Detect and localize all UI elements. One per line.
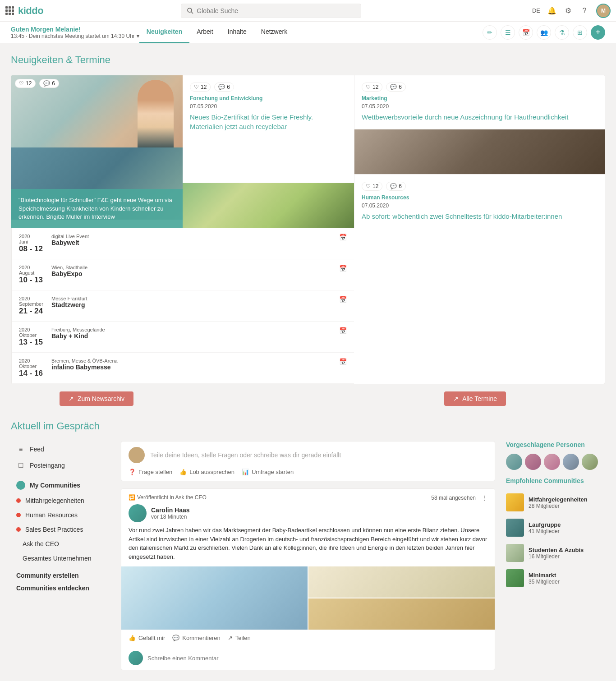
event-item-0[interactable]: 2020 Juni 08 - 12 digital Live Event Bab…: [12, 228, 354, 259]
top-nav-right: DE 🔔 ⚙ ? M: [532, 4, 611, 18]
post-author-info: Carolin Haas vor 18 Minuten: [151, 506, 190, 520]
news-title-2[interactable]: Wettbewerbsvorteile durch neue Auszeichn…: [362, 112, 598, 122]
event-item-2[interactable]: 2020 September 21 - 24 Messe Frankfurt S…: [12, 290, 354, 322]
event-info-0: digital Live Event Babywelt: [51, 234, 334, 246]
sidebar-item-sales[interactable]: Sales Best Practices: [11, 522, 110, 537]
tab-netzwerk[interactable]: Netzwerk: [254, 22, 294, 43]
comment-input[interactable]: [147, 655, 487, 662]
community-info-1: Laufgruppe 41 Mitglieder: [529, 521, 561, 534]
sidebar-item-posteingang[interactable]: ☐ Posteingang: [11, 457, 110, 474]
edit-icon-btn[interactable]: ✏: [483, 25, 497, 40]
ask-question-button[interactable]: ❓ Frage stellen: [129, 469, 172, 475]
discover-communities-link[interactable]: Communities entdecken: [11, 582, 110, 594]
sidebar-item-gesamtes[interactable]: Gesamtes Unternehmen: [11, 551, 110, 566]
event-calendar-icon-4[interactable]: 📅: [339, 358, 347, 365]
event-date-4: 2020 Oktober 14 - 16: [19, 358, 46, 378]
news-title-1[interactable]: Neues Bio-Zertifikat für die Serie Fresh…: [190, 112, 347, 131]
compose-avatar: [129, 447, 145, 463]
archive-button[interactable]: ↗ Zum Newsarchiv: [60, 391, 133, 406]
add-button[interactable]: +: [591, 25, 605, 40]
news-section: Neuigkeiten & Termine ♡12 💬6: [11, 54, 605, 406]
news-card-forschung: ♡12 💬6 Forschung und Entwicklung 07.05.2…: [183, 75, 354, 183]
conversation-sidebar: ≡ Feed ☐ Posteingang My Communities Mitf…: [11, 441, 110, 670]
news-middle-column: ♡12 💬6 Marketing 07.05.2020 Wettbewerbsv…: [354, 75, 605, 228]
news-category-1[interactable]: Forschung und Entwicklung: [190, 95, 347, 101]
right-sidebar: Vorgeschlagene Personen Empfohlene Commu…: [506, 441, 605, 670]
people-icon-btn[interactable]: 👥: [537, 25, 551, 40]
community-info-0: Mitfahrgelegenheiten 28 Mitglieder: [529, 496, 588, 509]
poll-button[interactable]: 📊 Umfrage starten: [242, 469, 294, 475]
create-community-link[interactable]: Community erstellen: [11, 569, 110, 582]
sidebar-item-human-resources[interactable]: Human Resources: [11, 508, 110, 522]
archive-icon: ↗: [69, 395, 74, 402]
list-icon-btn[interactable]: ☰: [501, 25, 515, 40]
app-logo[interactable]: kiddo: [18, 5, 43, 17]
event-calendar-icon-1[interactable]: 📅: [339, 265, 347, 272]
suggested-person-2[interactable]: [525, 454, 541, 470]
sidebar-item-feed[interactable]: ≡ Feed: [11, 441, 110, 457]
settings-icon[interactable]: ⚙: [564, 6, 573, 15]
community-dot-3: [16, 527, 21, 532]
event-item-1[interactable]: 2020 August 10 - 13 Wien, Stadthalle Bab…: [12, 259, 354, 290]
recommended-community-2[interactable]: Studenten & Azubis 16 Mitglieder: [506, 540, 605, 566]
search-input[interactable]: [197, 7, 355, 14]
event-calendar-icon-3[interactable]: 📅: [339, 327, 347, 334]
suggested-person-3[interactable]: [544, 454, 560, 470]
event-info-4: Bremen, Messe & ÖVB-Arena infalino Babym…: [51, 358, 334, 371]
recommended-community-1[interactable]: Laufgruppe 41 Mitglieder: [506, 515, 605, 540]
tab-inhalte[interactable]: Inhalte: [221, 22, 254, 43]
sidebar-item-mitfahrgelegenheiten[interactable]: Mitfahrgelegenheiten: [11, 493, 110, 508]
event-item-4[interactable]: 2020 Oktober 14 - 16 Bremen, Messe & ÖVB…: [12, 353, 354, 384]
event-calendar-icon-2[interactable]: 📅: [339, 296, 347, 303]
tab-arbeit[interactable]: Arbeit: [189, 22, 221, 43]
suggested-person-1[interactable]: [506, 454, 522, 470]
suggested-persons-row: [506, 454, 605, 470]
praise-button[interactable]: 👍 Lob aussprechen: [179, 469, 234, 475]
notifications-icon[interactable]: 🔔: [547, 6, 556, 15]
news-category-2[interactable]: Marketing: [362, 95, 598, 101]
post-author-avatar: [129, 504, 147, 522]
news-category-3[interactable]: Human Resources: [362, 194, 598, 201]
recommended-community-3[interactable]: Minimarkt 35 Mitglieder: [506, 566, 605, 591]
community-thumb-0: [506, 493, 524, 511]
help-icon[interactable]: ?: [580, 6, 589, 15]
like-button[interactable]: 👍 Gefällt mir: [129, 635, 165, 641]
calendar-icon-btn[interactable]: 📅: [519, 25, 533, 40]
sidebar-my-communities[interactable]: My Communities: [11, 477, 110, 493]
main-content: Neuigkeiten & Termine ♡12 💬6: [0, 43, 616, 681]
compose-row: Teile deine Ideen, stelle Fragen oder sc…: [129, 447, 487, 463]
likes-badge-main: ♡12: [15, 79, 36, 88]
recommended-community-0[interactable]: Mitfahrgelegenheiten 28 Mitglieder: [506, 490, 605, 515]
share-icon: ↗: [228, 635, 233, 641]
post-more-icon[interactable]: ⋮: [481, 494, 487, 502]
event-date-1: 2020 August 10 - 13: [19, 265, 46, 285]
news-right-column: ♡12 💬6 Forschung und Entwicklung 07.05.2…: [183, 75, 354, 228]
grid-icon-btn[interactable]: ⊞: [573, 25, 587, 40]
news-section-title: Neuigkeiten & Termine: [11, 54, 605, 66]
event-item-3[interactable]: 2020 Oktober 13 - 15 Freiburg, Messegelä…: [12, 322, 354, 353]
all-termine-button[interactable]: ↗ Alle Termine: [444, 391, 506, 406]
news-title-3[interactable]: Ab sofort: wöchentlich zwei Schnelltests…: [362, 212, 598, 221]
compose-box: Teile deine Ideen, stelle Fragen oder sc…: [121, 441, 495, 481]
share-button[interactable]: ↗ Teilen: [228, 635, 251, 641]
secondary-navigation: Guten Morgen Melanie! 13:45 · Dein nächs…: [0, 22, 616, 43]
comment-input-row: [121, 646, 495, 670]
sidebar-item-ask-ceo[interactable]: Ask the CEO: [11, 537, 110, 551]
compose-placeholder[interactable]: Teile deine Ideen, stelle Fragen oder sc…: [150, 451, 341, 459]
comments-badge-2: 💬6: [386, 83, 406, 92]
language-button[interactable]: DE: [532, 7, 540, 14]
app-grid-icon[interactable]: [5, 6, 14, 15]
user-avatar[interactable]: M: [596, 4, 611, 18]
post-author-name[interactable]: Carolin Haas: [151, 506, 190, 514]
suggested-person-5[interactable]: [582, 454, 598, 470]
flask-icon-btn[interactable]: ⚗: [555, 25, 569, 40]
inbox-icon: ☐: [16, 461, 25, 470]
actions-row: ↗ Zum Newsarchiv ↗ Alle Termine: [11, 391, 605, 406]
comment-button[interactable]: 💬 Kommentieren: [172, 635, 221, 641]
event-calendar-icon-0[interactable]: 📅: [339, 234, 347, 241]
news-main-text: "Biotechnologie für Schnuller" F&E geht …: [18, 196, 175, 221]
suggested-person-4[interactable]: [563, 454, 579, 470]
tab-neuigkeiten[interactable]: Neuigkeiten: [139, 22, 189, 43]
search-bar[interactable]: [181, 4, 361, 18]
events-list: 2020 Juni 08 - 12 digital Live Event Bab…: [12, 228, 354, 384]
